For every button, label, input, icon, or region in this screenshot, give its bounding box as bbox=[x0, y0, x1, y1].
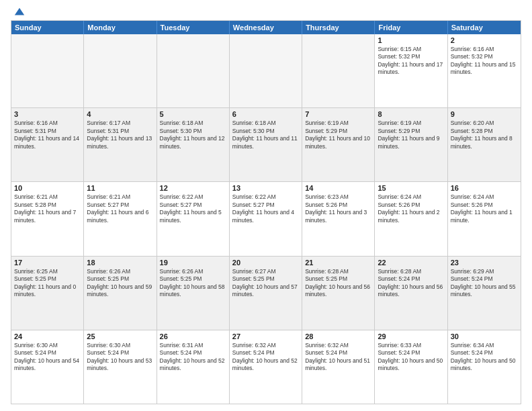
cell-info-line: Sunset: 5:30 PM bbox=[232, 128, 275, 134]
calendar-row-5: 24Sunrise: 6:30 AMSunset: 5:24 PMDayligh… bbox=[11, 330, 521, 404]
calendar-cell bbox=[157, 34, 230, 107]
cell-info-line: Sunrise: 6:23 AM bbox=[305, 193, 349, 200]
day-number: 13 bbox=[232, 184, 299, 192]
cell-info-line: Sunrise: 6:34 AM bbox=[451, 342, 494, 349]
calendar-header: Sunday Monday Tuesday Wednesday Thursday… bbox=[11, 21, 521, 34]
day-number: 9 bbox=[451, 110, 518, 118]
cell-info: Sunrise: 6:22 AMSunset: 5:27 PMDaylight:… bbox=[232, 193, 299, 224]
calendar-cell: 2Sunrise: 6:16 AMSunset: 5:32 PMDaylight… bbox=[448, 34, 521, 107]
calendar-cell bbox=[84, 34, 157, 107]
cell-info-line: Daylight: 10 hours and 55 minutes. bbox=[451, 283, 516, 298]
calendar-cell: 9Sunrise: 6:20 AMSunset: 5:28 PMDaylight… bbox=[448, 108, 521, 181]
cell-info-line: Sunset: 5:24 PM bbox=[14, 349, 56, 356]
cell-info-line: Sunrise: 6:24 AM bbox=[378, 193, 421, 200]
cell-info-line: Daylight: 11 hours and 1 minute. bbox=[451, 209, 513, 223]
calendar-cell: 22Sunrise: 6:28 AMSunset: 5:24 PMDayligh… bbox=[375, 257, 447, 330]
cell-info: Sunrise: 6:32 AMSunset: 5:24 PMDaylight:… bbox=[232, 342, 299, 373]
calendar-cell: 28Sunrise: 6:32 AMSunset: 5:24 PMDayligh… bbox=[302, 330, 375, 404]
calendar-cell: 11Sunrise: 6:21 AMSunset: 5:27 PMDayligh… bbox=[84, 182, 157, 255]
cell-info-line: Sunrise: 6:21 AM bbox=[87, 193, 130, 200]
cell-info: Sunrise: 6:20 AMSunset: 5:28 PMDaylight:… bbox=[451, 120, 518, 150]
cell-info-line: Daylight: 10 hours and 54 minutes. bbox=[14, 357, 79, 371]
cell-info-line: Sunrise: 6:20 AM bbox=[451, 120, 494, 126]
cell-info-line: Sunrise: 6:30 AM bbox=[14, 342, 58, 349]
cell-info-line: Daylight: 11 hours and 13 minutes. bbox=[87, 135, 152, 149]
calendar-cell bbox=[11, 34, 84, 107]
calendar-row-1: 1Sunrise: 6:15 AMSunset: 5:32 PMDaylight… bbox=[11, 34, 521, 108]
cell-info: Sunrise: 6:22 AMSunset: 5:27 PMDaylight:… bbox=[160, 193, 226, 224]
cell-info-line: Sunrise: 6:28 AM bbox=[378, 268, 421, 275]
cell-info: Sunrise: 6:23 AMSunset: 5:26 PMDaylight:… bbox=[305, 193, 371, 224]
day-number: 6 bbox=[232, 110, 299, 118]
cell-info-line: Daylight: 11 hours and 2 minutes. bbox=[378, 209, 439, 223]
cell-info: Sunrise: 6:27 AMSunset: 5:25 PMDaylight:… bbox=[232, 268, 299, 299]
cell-info-line: Sunrise: 6:19 AM bbox=[378, 120, 421, 126]
cell-info-line: Sunset: 5:24 PM bbox=[378, 275, 420, 282]
cell-info-line: Daylight: 11 hours and 10 minutes. bbox=[305, 135, 370, 149]
cell-info-line: Sunrise: 6:31 AM bbox=[160, 342, 204, 349]
cell-info: Sunrise: 6:34 AMSunset: 5:24 PMDaylight:… bbox=[451, 342, 518, 373]
day-number: 10 bbox=[14, 184, 81, 192]
cell-info-line: Sunset: 5:26 PM bbox=[378, 201, 420, 208]
cell-info-line: Sunset: 5:24 PM bbox=[305, 349, 347, 356]
cell-info-line: Daylight: 11 hours and 15 minutes. bbox=[451, 61, 516, 75]
cell-info: Sunrise: 6:15 AMSunset: 5:32 PMDaylight:… bbox=[378, 46, 444, 77]
calendar-cell: 15Sunrise: 6:24 AMSunset: 5:26 PMDayligh… bbox=[375, 182, 447, 255]
cell-info-line: Daylight: 10 hours and 52 minutes. bbox=[160, 357, 225, 371]
calendar-cell: 24Sunrise: 6:30 AMSunset: 5:24 PMDayligh… bbox=[11, 330, 84, 404]
cell-info-line: Daylight: 11 hours and 8 minutes. bbox=[451, 135, 513, 149]
day-saturday: Saturday bbox=[448, 21, 521, 34]
cell-info: Sunrise: 6:28 AMSunset: 5:24 PMDaylight:… bbox=[378, 268, 444, 299]
cell-info-line: Daylight: 10 hours and 57 minutes. bbox=[232, 283, 298, 298]
cell-info-line: Sunset: 5:24 PM bbox=[160, 349, 202, 356]
cell-info: Sunrise: 6:26 AMSunset: 5:25 PMDaylight:… bbox=[87, 268, 153, 299]
cell-info-line: Sunset: 5:30 PM bbox=[160, 128, 202, 134]
cell-info-line: Daylight: 11 hours and 6 minutes. bbox=[87, 209, 148, 223]
cell-info-line: Daylight: 10 hours and 52 minutes. bbox=[232, 357, 298, 371]
calendar-row-4: 17Sunrise: 6:25 AMSunset: 5:25 PMDayligh… bbox=[11, 257, 521, 330]
day-tuesday: Tuesday bbox=[157, 21, 230, 34]
cell-info: Sunrise: 6:25 AMSunset: 5:25 PMDaylight:… bbox=[14, 268, 81, 299]
cell-info-line: Daylight: 11 hours and 4 minutes. bbox=[232, 209, 294, 223]
cell-info-line: Sunset: 5:32 PM bbox=[378, 53, 420, 60]
calendar-row-3: 10Sunrise: 6:21 AMSunset: 5:28 PMDayligh… bbox=[11, 182, 521, 256]
cell-info-line: Daylight: 11 hours and 9 minutes. bbox=[378, 135, 439, 149]
cell-info-line: Sunrise: 6:16 AM bbox=[451, 46, 494, 52]
day-number: 12 bbox=[160, 184, 226, 192]
calendar-row-2: 3Sunrise: 6:16 AMSunset: 5:31 PMDaylight… bbox=[11, 108, 521, 182]
calendar-cell: 12Sunrise: 6:22 AMSunset: 5:27 PMDayligh… bbox=[157, 182, 230, 255]
cell-info: Sunrise: 6:18 AMSunset: 5:30 PMDaylight:… bbox=[232, 120, 299, 150]
cell-info: Sunrise: 6:33 AMSunset: 5:24 PMDaylight:… bbox=[378, 342, 444, 373]
cell-info: Sunrise: 6:30 AMSunset: 5:24 PMDaylight:… bbox=[87, 342, 153, 373]
day-number: 4 bbox=[87, 110, 153, 118]
day-thursday: Thursday bbox=[302, 21, 375, 34]
cell-info-line: Daylight: 11 hours and 11 minutes. bbox=[232, 135, 298, 149]
calendar-cell: 17Sunrise: 6:25 AMSunset: 5:25 PMDayligh… bbox=[11, 257, 84, 330]
day-number: 7 bbox=[305, 110, 371, 118]
calendar-cell: 16Sunrise: 6:24 AMSunset: 5:26 PMDayligh… bbox=[448, 182, 521, 255]
day-number: 27 bbox=[232, 332, 299, 340]
calendar-cell: 4Sunrise: 6:17 AMSunset: 5:31 PMDaylight… bbox=[84, 108, 157, 181]
cell-info-line: Sunset: 5:25 PM bbox=[232, 275, 275, 282]
cell-info: Sunrise: 6:30 AMSunset: 5:24 PMDaylight:… bbox=[14, 342, 81, 373]
cell-info-line: Sunrise: 6:29 AM bbox=[451, 268, 494, 275]
calendar-cell: 18Sunrise: 6:26 AMSunset: 5:25 PMDayligh… bbox=[84, 257, 157, 330]
calendar-cell: 5Sunrise: 6:18 AMSunset: 5:30 PMDaylight… bbox=[157, 108, 230, 181]
cell-info-line: Sunset: 5:27 PM bbox=[160, 201, 202, 208]
logo-icon bbox=[13, 7, 26, 19]
calendar-cell: 19Sunrise: 6:26 AMSunset: 5:25 PMDayligh… bbox=[157, 257, 230, 330]
day-number: 3 bbox=[14, 110, 81, 118]
calendar-cell: 14Sunrise: 6:23 AMSunset: 5:26 PMDayligh… bbox=[302, 182, 375, 255]
cell-info-line: Sunset: 5:26 PM bbox=[305, 201, 347, 208]
cell-info-line: Sunset: 5:31 PM bbox=[87, 128, 129, 134]
day-number: 8 bbox=[378, 110, 444, 118]
cell-info-line: Daylight: 11 hours and 7 minutes. bbox=[14, 209, 76, 223]
day-number: 2 bbox=[451, 36, 518, 44]
cell-info: Sunrise: 6:16 AMSunset: 5:32 PMDaylight:… bbox=[451, 46, 518, 77]
calendar-cell: 29Sunrise: 6:33 AMSunset: 5:24 PMDayligh… bbox=[375, 330, 447, 404]
day-number: 24 bbox=[14, 332, 81, 340]
page: Sunday Monday Tuesday Wednesday Thursday… bbox=[0, 0, 532, 411]
cell-info-line: Sunset: 5:25 PM bbox=[14, 275, 56, 282]
day-number: 19 bbox=[160, 259, 226, 267]
calendar-cell: 6Sunrise: 6:18 AMSunset: 5:30 PMDaylight… bbox=[230, 108, 302, 181]
